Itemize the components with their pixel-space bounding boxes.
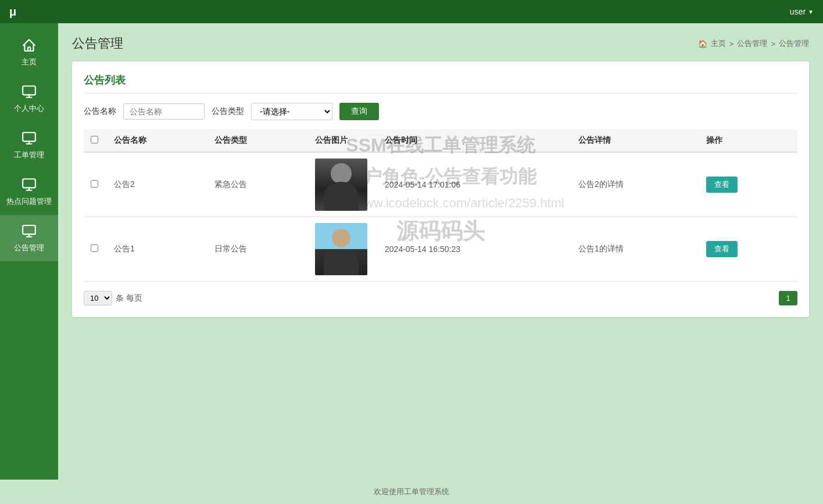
search-bar: 公告名称 公告类型 -请选择- 紧急公告 日常公告 查询 xyxy=(84,103,797,120)
per-page-select[interactable]: 10 20 50 xyxy=(84,291,112,305)
announcements-icon xyxy=(21,223,37,239)
svg-rect-2 xyxy=(23,179,35,188)
sidebar-hotissues-label: 热点问题管理 xyxy=(6,196,52,207)
row1-detail: 公告2的详情 xyxy=(571,152,699,217)
row2-action-cell: 查看 xyxy=(699,217,797,282)
header-detail: 公告详情 xyxy=(571,129,699,152)
breadcrumb-level2: 公告管理 xyxy=(779,38,809,49)
row2-img-cell xyxy=(308,217,378,282)
row1-checkbox[interactable] xyxy=(91,180,98,188)
row2-view-button[interactable]: 查看 xyxy=(706,241,738,257)
page-title: 公告管理 xyxy=(72,35,123,52)
svg-rect-3 xyxy=(23,225,35,234)
header-action: 操作 xyxy=(699,129,797,152)
table-row: 公告2 紧急公告 2024-05-14 17:01:06 公告2的详情 查看 xyxy=(84,152,797,217)
topbar: μ user ▼ xyxy=(0,0,823,23)
row2-checkbox-cell xyxy=(84,217,107,282)
pagination: 1 xyxy=(779,291,797,305)
breadcrumb-sep1: > xyxy=(729,39,734,48)
page-1-button[interactable]: 1 xyxy=(779,291,797,305)
row1-img xyxy=(315,159,367,211)
card-title: 公告列表 xyxy=(84,73,797,93)
table-header-row: 公告名称 公告类型 公告图片 公告时间 公告详情 操作 xyxy=(84,129,797,152)
sidebar-item-announcements[interactable]: 公告管理 xyxy=(0,215,58,261)
logo: μ xyxy=(9,5,16,19)
breadcrumb-home: 主页 xyxy=(711,38,726,49)
table-footer: 10 20 50 条 每页 1 xyxy=(84,291,797,305)
table-row: 公告1 日常公告 2024-05-14 16:50:23 公告1的详情 查看 xyxy=(84,217,797,282)
orders-icon xyxy=(21,130,37,146)
breadcrumb-level1: 公告管理 xyxy=(737,38,767,49)
row1-view-button[interactable]: 查看 xyxy=(706,177,738,193)
home-icon xyxy=(21,37,37,53)
search-type-label: 公告类型 xyxy=(212,106,244,117)
row1-img-cell xyxy=(308,152,378,217)
row1-name: 公告2 xyxy=(107,152,207,217)
page-header: 公告管理 🏠 主页 > 公告管理 > 公告管理 xyxy=(72,35,809,52)
user-menu[interactable]: user ▼ xyxy=(790,7,814,16)
row1-checkbox-cell xyxy=(84,152,107,217)
breadcrumb: 🏠 主页 > 公告管理 > 公告管理 xyxy=(698,38,809,49)
sidebar-announcements-label: 公告管理 xyxy=(14,243,44,253)
header-img: 公告图片 xyxy=(308,129,378,152)
row1-action-cell: 查看 xyxy=(699,152,797,217)
breadcrumb-home-icon: 🏠 xyxy=(698,39,707,48)
footer-text: 欢迎使用工单管理系统 xyxy=(374,487,449,496)
search-name-label: 公告名称 xyxy=(84,106,116,117)
row2-time: 2024-05-14 16:50:23 xyxy=(378,217,571,282)
hotissues-icon xyxy=(21,177,37,193)
svg-rect-0 xyxy=(23,86,35,95)
layout: 主页 个人中心 工单管理 xyxy=(0,23,823,480)
row2-name: 公告1 xyxy=(107,217,207,282)
search-button[interactable]: 查询 xyxy=(339,103,379,120)
svg-rect-1 xyxy=(23,132,35,141)
table-wrapper: 公告名称 公告类型 公告图片 公告时间 公告详情 操作 xyxy=(84,129,797,282)
row1-type: 紧急公告 xyxy=(207,152,308,217)
sidebar: 主页 个人中心 工单管理 xyxy=(0,23,58,480)
search-type-select[interactable]: -请选择- 紧急公告 日常公告 xyxy=(251,103,332,120)
footer: 欢迎使用工单管理系统 xyxy=(0,480,823,504)
header-type: 公告类型 xyxy=(207,129,308,152)
row2-type: 日常公告 xyxy=(207,217,308,282)
sidebar-profile-label: 个人中心 xyxy=(14,103,44,114)
main-content: 公告管理 🏠 主页 > 公告管理 > 公告管理 SSM在线工单管理系统 用户角色… xyxy=(58,23,823,480)
row2-detail: 公告1的详情 xyxy=(571,217,699,282)
user-label: user xyxy=(790,7,806,16)
sidebar-home-label: 主页 xyxy=(22,57,37,67)
sidebar-item-orders[interactable]: 工单管理 xyxy=(0,122,58,168)
sidebar-item-home[interactable]: 主页 xyxy=(0,29,58,75)
search-name-input[interactable] xyxy=(123,103,205,120)
profile-icon xyxy=(21,84,37,100)
breadcrumb-sep2: > xyxy=(771,39,775,48)
per-page-label: 条 每页 xyxy=(116,293,142,304)
header-checkbox-cell xyxy=(84,129,107,152)
announcement-card: SSM在线工单管理系统 用户角色-公告查看功能 https://www.icod… xyxy=(72,62,809,317)
per-page-control: 10 20 50 条 每页 xyxy=(84,291,142,305)
chevron-down-icon: ▼ xyxy=(808,9,814,15)
header-name: 公告名称 xyxy=(107,129,207,152)
row2-checkbox[interactable] xyxy=(91,244,98,252)
announcements-table: 公告名称 公告类型 公告图片 公告时间 公告详情 操作 xyxy=(84,129,797,282)
sidebar-orders-label: 工单管理 xyxy=(14,150,44,160)
sidebar-item-hotissues[interactable]: 热点问题管理 xyxy=(0,168,58,215)
row1-time: 2024-05-14 17:01:06 xyxy=(378,152,571,217)
select-all-checkbox[interactable] xyxy=(91,136,98,143)
row2-img xyxy=(315,223,367,275)
header-time: 公告时间 xyxy=(378,129,571,152)
sidebar-item-profile[interactable]: 个人中心 xyxy=(0,75,58,122)
